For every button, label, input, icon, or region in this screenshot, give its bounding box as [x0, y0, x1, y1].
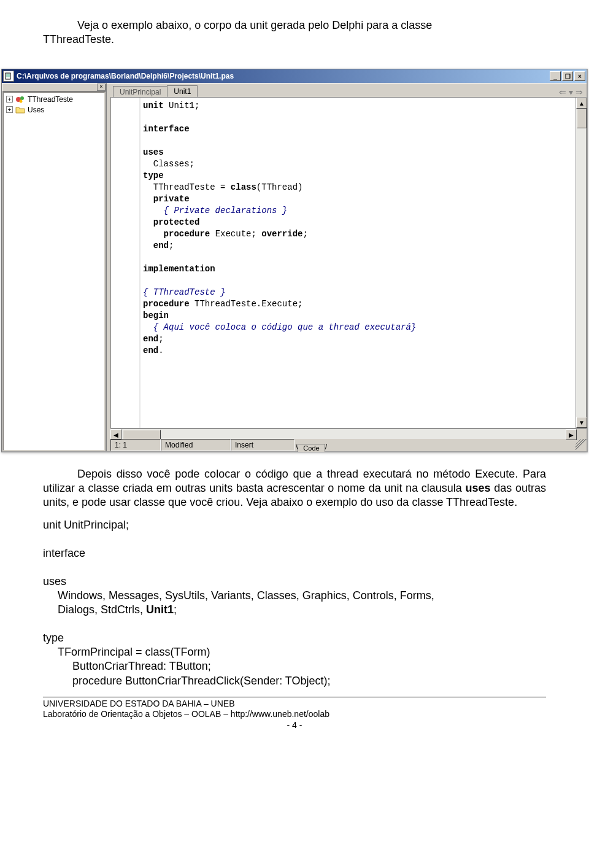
tree-item-label: TThreadTeste — [28, 95, 73, 104]
horizontal-scrollbar[interactable]: ◀ ▶ — [110, 428, 587, 439]
expand-icon[interactable]: + — [6, 106, 13, 113]
vertical-scrollbar[interactable]: ▲ ▼ — [576, 98, 586, 428]
minimize-button[interactable]: _ — [550, 71, 561, 81]
footer-separator — [43, 697, 546, 697]
svg-point-3 — [20, 99, 23, 103]
gears-icon — [15, 95, 25, 104]
gutter — [111, 98, 141, 428]
tab-unitprincipal[interactable]: UnitPrincipal — [113, 86, 167, 98]
nav-dropdown-icon[interactable]: ▾ — [569, 87, 573, 97]
nav-forward-icon[interactable]: ⇒ — [576, 87, 583, 97]
code-line: ; — [174, 603, 177, 616]
uses-bold: uses — [466, 482, 491, 494]
code-line: type — [43, 632, 64, 644]
cursor-position: 1: 1 — [110, 439, 161, 451]
scroll-up-icon[interactable]: ▲ — [576, 98, 587, 109]
svg-point-2 — [20, 96, 24, 100]
expand-icon[interactable]: + — [6, 96, 13, 103]
code-line: TFormPrincipal = class(TForm) — [58, 646, 210, 658]
scroll-thumb[interactable] — [123, 430, 161, 440]
intro-text-b: TThreadTeste. — [43, 33, 114, 45]
tree-item[interactable]: + Uses — [5, 104, 104, 115]
project-tree[interactable]: + TThreadTeste + Uses — [2, 91, 106, 451]
code-line: procedure ButtonCriarThreadClick(Sender:… — [72, 675, 331, 687]
page-number: - 4 - — [43, 720, 546, 731]
footer-line-2: Laboratório de Orientação a Objetos – OO… — [43, 709, 546, 720]
resize-grip-icon[interactable] — [576, 439, 587, 451]
code-unit1-bold: Unit1 — [146, 603, 174, 616]
code-listing: unit UnitPrincipal; interface uses Windo… — [43, 518, 546, 688]
tree-item-label: Uses — [28, 106, 44, 114]
code-editor[interactable]: unit Unit1; interface uses Classes; type… — [141, 98, 576, 428]
para2-line1: Depois disso você pode colocar o código … — [77, 468, 470, 480]
titlebar: C:\Arquivos de programas\Borland\Delphi6… — [2, 69, 587, 83]
nav-back-icon[interactable]: ⇐ — [559, 87, 566, 97]
delphi-ide-window: C:\Arquivos de programas\Borland\Delphi6… — [1, 69, 588, 452]
modified-status: Modified — [161, 439, 231, 451]
project-tree-panel: × + TThreadTeste + Uses — [2, 83, 107, 451]
tab-unit1[interactable]: Unit1 — [167, 85, 198, 98]
restore-button[interactable]: ❐ — [562, 71, 573, 81]
code-editor-frame: unit Unit1; interface uses Classes; type… — [110, 97, 587, 428]
scroll-down-icon[interactable]: ▼ — [576, 417, 587, 428]
code-line: ButtonCriarThread: TButton; — [72, 660, 211, 672]
panel-close-icon[interactable]: × — [97, 83, 106, 91]
editor-tabs: UnitPrincipal Unit1 ⇐ ▾ ⇒ — [110, 83, 587, 97]
page-footer: UNIVERSIDADE DO ESTADO DA BAHIA – UNEB L… — [43, 699, 546, 731]
code-line: Windows, Messages, SysUtils, Variants, C… — [58, 589, 434, 602]
folder-icon — [15, 106, 25, 114]
intro-paragraph: Veja o exemplo abaixo, o corpo da unit g… — [43, 18, 546, 47]
intro-text-a: Veja o exemplo abaixo, o corpo da unit g… — [77, 19, 432, 31]
code-line: uses — [43, 575, 66, 587]
paragraph-2: Depois disso você pode colocar o código … — [43, 467, 546, 510]
code-view-tab[interactable]: Code — [298, 444, 325, 452]
tree-item[interactable]: + TThreadTeste — [5, 94, 104, 104]
footer-line-1: UNIVERSIDADE DO ESTADO DA BAHIA – UNEB — [43, 699, 546, 710]
file-icon — [3, 71, 14, 82]
statusbar: 1: 1 Modified Insert \Code/ — [110, 439, 587, 451]
close-button[interactable]: × — [574, 71, 585, 81]
code-line: unit UnitPrincipal; — [43, 519, 129, 531]
code-line: Dialogs, StdCtrls, — [58, 603, 146, 616]
editor-area: UnitPrincipal Unit1 ⇐ ▾ ⇒ unit Unit1; in… — [107, 83, 587, 451]
insert-mode: Insert — [231, 439, 294, 451]
scroll-thumb[interactable] — [577, 109, 587, 128]
window-title: C:\Arquivos de programas\Borland\Delphi6… — [17, 72, 234, 80]
code-line: interface — [43, 547, 85, 559]
